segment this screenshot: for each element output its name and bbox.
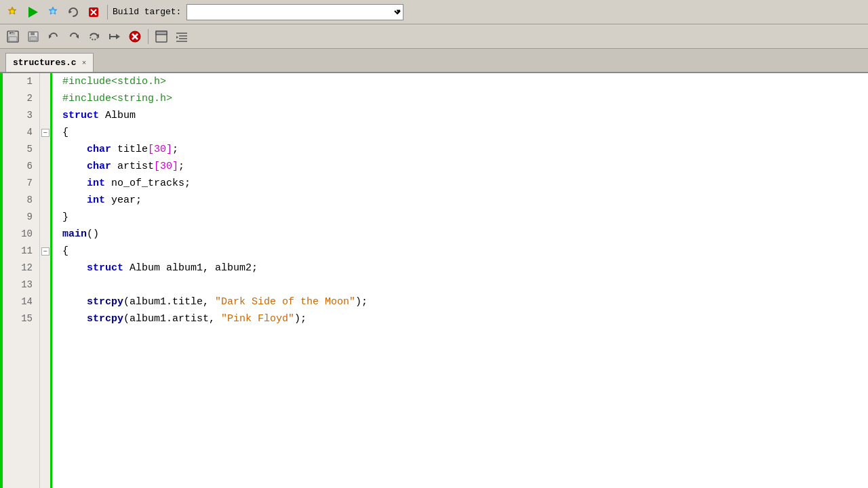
code-line-9: } [62, 209, 868, 226]
line-num-3: 3 [27, 107, 33, 124]
tab-structures-c[interactable]: structures.c × [5, 53, 94, 72]
plain-brace-11: { [62, 245, 68, 257]
build-icon[interactable] [44, 3, 62, 21]
editor-inner: 1 2 3 4 5 6 7 8 9 10 11 12 13 14 15 − [0, 73, 868, 488]
str-pinkfloyd-15: "Pink Floyd" [221, 313, 294, 325]
kw-int-8: int [87, 195, 105, 206]
settings-icon[interactable] [3, 3, 21, 21]
line-num-11: 11 [21, 243, 33, 260]
run-icon[interactable] [24, 3, 41, 21]
plain-title: title [111, 144, 148, 155]
line-num-4: 4 [27, 124, 33, 141]
stop-icon[interactable] [85, 3, 102, 21]
tab-bar: structures.c × [0, 49, 868, 73]
kw-struct-3: struct [62, 110, 99, 121]
refresh-icon[interactable] [64, 3, 82, 21]
line-num-2: 2 [27, 90, 33, 107]
line-num-9: 9 [27, 209, 33, 226]
gutter-14 [39, 293, 52, 310]
code-line-8: int year; [62, 192, 868, 209]
svg-point-1 [11, 9, 14, 13]
kw-char-5: char [87, 144, 111, 155]
kw-struct-12: struct [87, 262, 123, 274]
gutter-7 [39, 175, 52, 192]
indent-icon[interactable] [172, 28, 191, 45]
code-line-12: struct Album album1, album2; [62, 260, 868, 277]
redo2-icon[interactable] [85, 28, 104, 45]
plain-strcpy2b: ); [294, 313, 307, 325]
toolbar-top: Build target: ▼ [0, 0, 868, 24]
code-line-11: { [62, 243, 868, 260]
code-line-5: char title[30]; [62, 141, 868, 158]
line-num-12: 12 [21, 260, 33, 277]
gutter: − − [40, 73, 52, 488]
gutter-5 [39, 141, 52, 158]
plain-strcpy1a: (album1.title, [123, 296, 215, 308]
pp-1: #include<stdio.h> [62, 76, 166, 87]
svg-marker-2 [28, 7, 38, 18]
collapse-4-icon[interactable]: − [41, 129, 50, 137]
gutter-4[interactable]: − [39, 124, 52, 141]
code-line-1: #include<stdio.h> [62, 73, 868, 90]
plain-tracks: no_of_tracks; [105, 178, 191, 189]
code-line-2: #include<string.h> [62, 90, 868, 107]
gutter-2 [39, 90, 52, 107]
collapse-11-icon[interactable]: − [41, 247, 50, 256]
fn-strcpy-14: strcpy [87, 296, 123, 308]
line-num-13: 13 [21, 277, 33, 293]
plain-year: year; [105, 195, 142, 206]
separator-1 [107, 5, 108, 20]
line-num-7: 7 [27, 175, 33, 192]
code-line-4: { [62, 124, 868, 141]
gutter-15 [39, 310, 52, 327]
gutter-3 [39, 107, 52, 124]
save-all-icon[interactable] [3, 28, 22, 45]
svg-marker-32 [176, 36, 178, 39]
plain-closebrace-9: } [62, 211, 68, 223]
line-num-14: 14 [21, 293, 33, 310]
code-line-15: strcpy(album1.artist, "Pink Floyd"); [62, 310, 868, 327]
tab-close-button[interactable]: × [82, 59, 87, 67]
code-line-10: main() [62, 226, 868, 243]
fn-strcpy-15: strcpy [87, 313, 123, 325]
redo-icon[interactable] [64, 28, 83, 45]
line-num-5: 5 [27, 141, 33, 158]
jump-icon[interactable] [105, 28, 124, 45]
gutter-6 [39, 158, 52, 175]
fn-main: main [62, 228, 87, 240]
undo-icon[interactable] [44, 28, 63, 45]
line-num-15: 15 [21, 310, 33, 327]
gutter-13 [39, 277, 52, 293]
semi-5: ; [172, 144, 178, 155]
build-target-dropdown[interactable]: ▼ [186, 4, 403, 20]
code-line-3: struct Album [62, 107, 868, 124]
svg-rect-27 [156, 31, 167, 35]
plain-parens-10: () [87, 228, 99, 240]
code-area[interactable]: #include<stdio.h> #include<string.h> str… [52, 73, 868, 488]
close-file-icon[interactable] [125, 28, 144, 45]
line-numbers: 1 2 3 4 5 6 7 8 9 10 11 12 13 14 15 [3, 73, 40, 488]
line-num-6: 6 [27, 158, 33, 175]
window-icon[interactable] [152, 28, 171, 45]
build-target-select[interactable] [187, 5, 403, 20]
gutter-9 [39, 209, 52, 226]
build-target-label: Build target: [113, 7, 181, 17]
plain-artist: artist [111, 161, 154, 172]
svg-marker-5 [69, 10, 72, 14]
code-line-6: char artist[30]; [62, 158, 868, 175]
arr-30-6: [30] [154, 161, 178, 172]
svg-rect-11 [9, 37, 17, 41]
plain-strcpy2a: (album1.artist, [123, 313, 221, 325]
line-num-1: 1 [27, 73, 33, 90]
svg-rect-15 [31, 32, 35, 35]
gutter-11[interactable]: − [39, 243, 52, 260]
save-icon[interactable] [24, 28, 43, 45]
gutter-8 [39, 192, 52, 209]
line-num-10: 10 [21, 226, 33, 243]
plain-albumvar: Album album1, album2; [123, 262, 258, 274]
kw-char-6: char [87, 161, 111, 172]
semi-6: ; [178, 161, 184, 172]
line-num-8: 8 [27, 192, 33, 209]
code-line-13 [62, 277, 868, 293]
arr-30-5: [30] [148, 144, 172, 155]
